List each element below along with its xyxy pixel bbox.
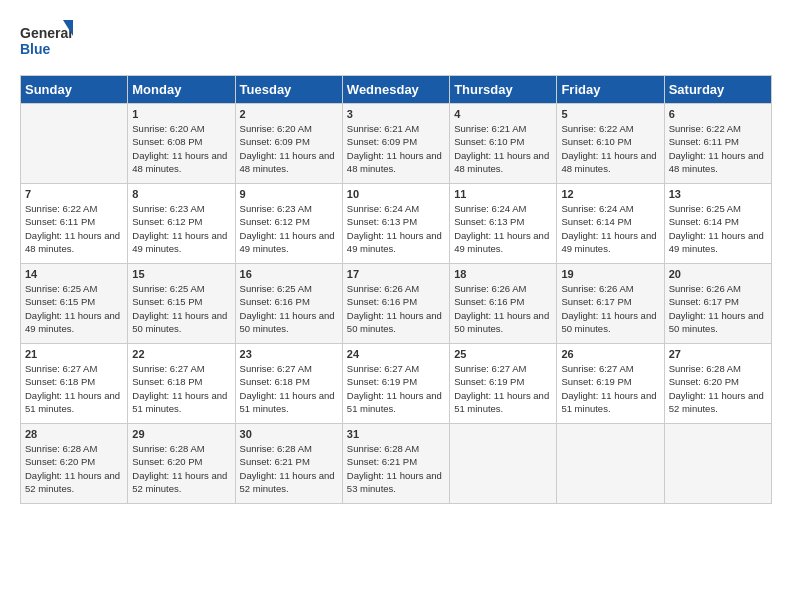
day-info: Sunrise: 6:28 AMSunset: 6:21 PMDaylight:… <box>240 442 338 495</box>
calendar-cell: 13Sunrise: 6:25 AMSunset: 6:14 PMDayligh… <box>664 184 771 264</box>
calendar-cell: 10Sunrise: 6:24 AMSunset: 6:13 PMDayligh… <box>342 184 449 264</box>
day-info: Sunrise: 6:23 AMSunset: 6:12 PMDaylight:… <box>132 202 230 255</box>
calendar-cell: 27Sunrise: 6:28 AMSunset: 6:20 PMDayligh… <box>664 344 771 424</box>
calendar-week-row: 1Sunrise: 6:20 AMSunset: 6:08 PMDaylight… <box>21 104 772 184</box>
day-number: 8 <box>132 188 230 200</box>
weekday-header: Wednesday <box>342 76 449 104</box>
calendar-cell <box>664 424 771 504</box>
day-info: Sunrise: 6:24 AMSunset: 6:13 PMDaylight:… <box>454 202 552 255</box>
page-header: General Blue <box>20 20 772 65</box>
day-number: 7 <box>25 188 123 200</box>
calendar-cell: 19Sunrise: 6:26 AMSunset: 6:17 PMDayligh… <box>557 264 664 344</box>
day-info: Sunrise: 6:27 AMSunset: 6:18 PMDaylight:… <box>25 362 123 415</box>
logo: General Blue <box>20 20 75 65</box>
weekday-header-row: SundayMondayTuesdayWednesdayThursdayFrid… <box>21 76 772 104</box>
weekday-header: Tuesday <box>235 76 342 104</box>
calendar-cell: 14Sunrise: 6:25 AMSunset: 6:15 PMDayligh… <box>21 264 128 344</box>
day-info: Sunrise: 6:27 AMSunset: 6:18 PMDaylight:… <box>132 362 230 415</box>
calendar-cell: 28Sunrise: 6:28 AMSunset: 6:20 PMDayligh… <box>21 424 128 504</box>
day-number: 26 <box>561 348 659 360</box>
day-info: Sunrise: 6:28 AMSunset: 6:20 PMDaylight:… <box>132 442 230 495</box>
calendar-cell: 2Sunrise: 6:20 AMSunset: 6:09 PMDaylight… <box>235 104 342 184</box>
calendar-cell: 17Sunrise: 6:26 AMSunset: 6:16 PMDayligh… <box>342 264 449 344</box>
day-number: 27 <box>669 348 767 360</box>
calendar-cell: 15Sunrise: 6:25 AMSunset: 6:15 PMDayligh… <box>128 264 235 344</box>
day-info: Sunrise: 6:27 AMSunset: 6:19 PMDaylight:… <box>454 362 552 415</box>
calendar-table: SundayMondayTuesdayWednesdayThursdayFrid… <box>20 75 772 504</box>
day-number: 4 <box>454 108 552 120</box>
weekday-header: Friday <box>557 76 664 104</box>
day-info: Sunrise: 6:26 AMSunset: 6:17 PMDaylight:… <box>561 282 659 335</box>
day-number: 2 <box>240 108 338 120</box>
calendar-cell <box>21 104 128 184</box>
day-info: Sunrise: 6:25 AMSunset: 6:14 PMDaylight:… <box>669 202 767 255</box>
calendar-cell: 22Sunrise: 6:27 AMSunset: 6:18 PMDayligh… <box>128 344 235 424</box>
day-number: 3 <box>347 108 445 120</box>
calendar-cell: 16Sunrise: 6:25 AMSunset: 6:16 PMDayligh… <box>235 264 342 344</box>
calendar-week-row: 14Sunrise: 6:25 AMSunset: 6:15 PMDayligh… <box>21 264 772 344</box>
day-number: 14 <box>25 268 123 280</box>
day-info: Sunrise: 6:27 AMSunset: 6:18 PMDaylight:… <box>240 362 338 415</box>
calendar-cell: 8Sunrise: 6:23 AMSunset: 6:12 PMDaylight… <box>128 184 235 264</box>
calendar-cell: 30Sunrise: 6:28 AMSunset: 6:21 PMDayligh… <box>235 424 342 504</box>
day-info: Sunrise: 6:22 AMSunset: 6:11 PMDaylight:… <box>669 122 767 175</box>
day-number: 31 <box>347 428 445 440</box>
day-info: Sunrise: 6:26 AMSunset: 6:16 PMDaylight:… <box>347 282 445 335</box>
day-number: 10 <box>347 188 445 200</box>
logo-svg: General Blue <box>20 20 75 65</box>
calendar-cell: 21Sunrise: 6:27 AMSunset: 6:18 PMDayligh… <box>21 344 128 424</box>
day-number: 18 <box>454 268 552 280</box>
day-info: Sunrise: 6:26 AMSunset: 6:16 PMDaylight:… <box>454 282 552 335</box>
calendar-cell <box>557 424 664 504</box>
svg-text:Blue: Blue <box>20 41 51 57</box>
calendar-cell: 25Sunrise: 6:27 AMSunset: 6:19 PMDayligh… <box>450 344 557 424</box>
day-info: Sunrise: 6:27 AMSunset: 6:19 PMDaylight:… <box>561 362 659 415</box>
day-number: 9 <box>240 188 338 200</box>
svg-text:General: General <box>20 25 72 41</box>
calendar-cell: 31Sunrise: 6:28 AMSunset: 6:21 PMDayligh… <box>342 424 449 504</box>
calendar-cell: 24Sunrise: 6:27 AMSunset: 6:19 PMDayligh… <box>342 344 449 424</box>
calendar-week-row: 7Sunrise: 6:22 AMSunset: 6:11 PMDaylight… <box>21 184 772 264</box>
day-number: 15 <box>132 268 230 280</box>
day-number: 24 <box>347 348 445 360</box>
day-info: Sunrise: 6:25 AMSunset: 6:15 PMDaylight:… <box>132 282 230 335</box>
day-number: 5 <box>561 108 659 120</box>
day-info: Sunrise: 6:23 AMSunset: 6:12 PMDaylight:… <box>240 202 338 255</box>
day-number: 12 <box>561 188 659 200</box>
day-number: 22 <box>132 348 230 360</box>
weekday-header: Saturday <box>664 76 771 104</box>
calendar-cell: 18Sunrise: 6:26 AMSunset: 6:16 PMDayligh… <box>450 264 557 344</box>
calendar-cell: 5Sunrise: 6:22 AMSunset: 6:10 PMDaylight… <box>557 104 664 184</box>
weekday-header: Sunday <box>21 76 128 104</box>
day-number: 17 <box>347 268 445 280</box>
calendar-cell: 29Sunrise: 6:28 AMSunset: 6:20 PMDayligh… <box>128 424 235 504</box>
day-info: Sunrise: 6:20 AMSunset: 6:09 PMDaylight:… <box>240 122 338 175</box>
day-info: Sunrise: 6:25 AMSunset: 6:16 PMDaylight:… <box>240 282 338 335</box>
calendar-cell: 11Sunrise: 6:24 AMSunset: 6:13 PMDayligh… <box>450 184 557 264</box>
day-number: 6 <box>669 108 767 120</box>
calendar-cell: 26Sunrise: 6:27 AMSunset: 6:19 PMDayligh… <box>557 344 664 424</box>
day-info: Sunrise: 6:21 AMSunset: 6:09 PMDaylight:… <box>347 122 445 175</box>
day-info: Sunrise: 6:24 AMSunset: 6:13 PMDaylight:… <box>347 202 445 255</box>
calendar-cell: 3Sunrise: 6:21 AMSunset: 6:09 PMDaylight… <box>342 104 449 184</box>
day-info: Sunrise: 6:22 AMSunset: 6:11 PMDaylight:… <box>25 202 123 255</box>
day-number: 30 <box>240 428 338 440</box>
calendar-week-row: 21Sunrise: 6:27 AMSunset: 6:18 PMDayligh… <box>21 344 772 424</box>
day-number: 23 <box>240 348 338 360</box>
day-number: 19 <box>561 268 659 280</box>
weekday-header: Thursday <box>450 76 557 104</box>
day-info: Sunrise: 6:25 AMSunset: 6:15 PMDaylight:… <box>25 282 123 335</box>
day-info: Sunrise: 6:21 AMSunset: 6:10 PMDaylight:… <box>454 122 552 175</box>
weekday-header: Monday <box>128 76 235 104</box>
day-number: 20 <box>669 268 767 280</box>
calendar-cell: 12Sunrise: 6:24 AMSunset: 6:14 PMDayligh… <box>557 184 664 264</box>
day-info: Sunrise: 6:22 AMSunset: 6:10 PMDaylight:… <box>561 122 659 175</box>
calendar-cell: 20Sunrise: 6:26 AMSunset: 6:17 PMDayligh… <box>664 264 771 344</box>
day-info: Sunrise: 6:20 AMSunset: 6:08 PMDaylight:… <box>132 122 230 175</box>
day-info: Sunrise: 6:28 AMSunset: 6:20 PMDaylight:… <box>669 362 767 415</box>
day-number: 1 <box>132 108 230 120</box>
day-info: Sunrise: 6:27 AMSunset: 6:19 PMDaylight:… <box>347 362 445 415</box>
day-number: 11 <box>454 188 552 200</box>
calendar-cell: 9Sunrise: 6:23 AMSunset: 6:12 PMDaylight… <box>235 184 342 264</box>
calendar-week-row: 28Sunrise: 6:28 AMSunset: 6:20 PMDayligh… <box>21 424 772 504</box>
